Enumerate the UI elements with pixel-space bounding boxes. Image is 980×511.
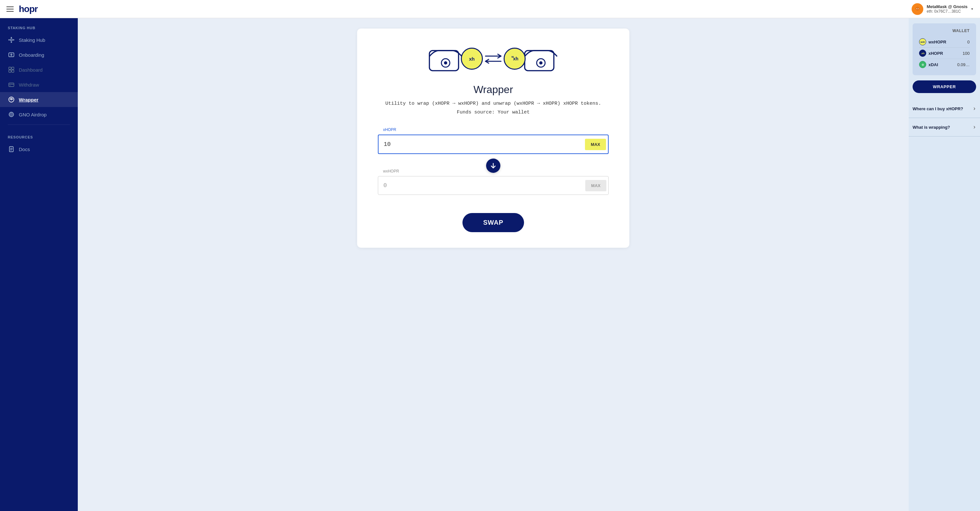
faq-wrapping-label: What is wrapping? — [913, 125, 972, 130]
faq-section: Where can I buy xHOPR? › — [909, 100, 980, 118]
wallet-xhopr-name: xHOPR — [929, 51, 943, 56]
swap-button[interactable]: SWAP — [463, 213, 524, 232]
sidebar-staking-hub-label: Staking Hub — [19, 37, 45, 43]
faq-buy-xhopr-label: Where can I buy xHOPR? — [913, 107, 972, 111]
wallet-row-xdai: ◎ xDAI 0.09… — [919, 59, 970, 70]
sidebar-item-docs[interactable]: Docs — [0, 142, 78, 157]
withdraw-icon — [8, 81, 15, 88]
right-wallet-icon — [523, 44, 559, 73]
faq-section-2: What is wrapping? › — [909, 118, 980, 137]
sidebar-docs-label: Docs — [19, 146, 30, 152]
faq-item-wrapping[interactable]: What is wrapping? › — [909, 122, 980, 132]
wrapper-description: Utility to wrap (xHOPR → wxHOPR) and unw… — [378, 101, 609, 107]
sidebar-item-dashboard[interactable]: Dashboard — [0, 62, 78, 77]
xhopr-token-icon: .xh — [919, 49, 926, 57]
resources-section-label: RESOURCES — [0, 127, 78, 142]
wallet-token-left-wxhopr: wxh wxHOPR — [919, 38, 946, 45]
chevron-down-icon: ▾ — [971, 6, 974, 12]
sidebar-onboarding-label: Onboarding — [19, 52, 44, 58]
sidebar-withdraw-label: Withdraw — [19, 82, 39, 88]
sidebar-item-wrapper[interactable]: Wrapper — [0, 92, 78, 107]
logo: hopr — [19, 4, 38, 14]
wallet-xdai-amount: 0.09… — [957, 62, 970, 67]
right-panel: WALLET wxh wxHOPR 0 .xh xHOPR 100 — [909, 18, 980, 511]
sidebar-wrapper-label: Wrapper — [19, 97, 38, 102]
svg-point-8 — [10, 39, 12, 41]
svg-point-11 — [8, 39, 10, 41]
header-left: hopr — [6, 4, 38, 14]
sidebar-gno-airdrop-label: GNO Airdrop — [19, 112, 47, 117]
xhopr-input[interactable] — [379, 135, 583, 153]
wxhopr-input[interactable] — [378, 177, 583, 194]
wxhopr-max-button: MAX — [585, 180, 606, 191]
svg-rect-18 — [9, 83, 14, 87]
hub-icon — [8, 36, 15, 43]
wallet-wxhopr-amount: 0 — [967, 40, 970, 45]
svg-rect-15 — [12, 67, 14, 69]
wrapper-icon — [8, 96, 15, 103]
svg-point-6 — [916, 8, 917, 9]
wallet-summary-header: WALLET — [919, 29, 970, 33]
wallet-row-xhopr: .xh xHOPR 100 — [919, 48, 970, 59]
wxhopr-token-icon: wxh — [919, 38, 926, 45]
wallet-info[interactable]: MetaMask @ Gnosis eth: 0x76C7…381C ▾ — [912, 3, 974, 15]
swap-button-wrapper: SWAP — [378, 213, 609, 232]
expand-icon-buy-xhopr: › — [972, 105, 976, 112]
svg-point-24 — [11, 114, 12, 115]
wallet-row-wxhopr: wxh wxHOPR 0 — [919, 36, 970, 48]
xhopr-token-badge: xh — [461, 48, 483, 70]
airdrop-icon — [8, 111, 15, 118]
staking-hub-section-label: STAKING HUB — [0, 18, 78, 32]
svg-point-19 — [10, 85, 10, 86]
xhopr-input-label: xHOPR — [382, 127, 398, 132]
xhopr-max-button[interactable]: MAX — [585, 139, 606, 150]
sidebar-item-staking-hub[interactable]: Staking Hub — [0, 32, 78, 47]
wallet-token-left-xdai: ◎ xDAI — [919, 61, 938, 68]
sidebar-item-gno-airdrop[interactable]: GNO Airdrop — [0, 107, 78, 122]
svg-rect-29 — [525, 51, 554, 71]
wrapper-funds-source: Funds source: Your wallet — [378, 110, 609, 115]
wxhopr-input-wrapper: MAX — [378, 176, 609, 195]
swap-direction-wrapper — [378, 159, 609, 173]
wrapper-title: Wrapper — [378, 84, 609, 96]
svg-point-12 — [13, 39, 14, 41]
content-area: xh wxh — [78, 18, 980, 511]
wallet-xhopr-amount: 100 — [963, 51, 970, 56]
svg-point-10 — [11, 41, 12, 43]
svg-point-28 — [444, 61, 447, 65]
swap-direction-button[interactable] — [486, 159, 500, 173]
metamask-icon — [912, 3, 923, 15]
svg-rect-14 — [9, 67, 11, 69]
wxhopr-input-group: wxHOPR MAX — [378, 172, 609, 195]
wallet-xdai-name: xDAI — [929, 62, 938, 67]
left-wallet-icon — [428, 44, 463, 73]
svg-rect-26 — [430, 51, 458, 71]
sidebar: STAKING HUB Staking Hub — [0, 18, 78, 511]
main-panel: xh wxh — [78, 18, 909, 511]
main-layout: STAKING HUB Staking Hub — [0, 18, 980, 511]
wallet-summary: WALLET wxh wxHOPR 0 .xh xHOPR 100 — [913, 23, 976, 75]
sidebar-divider — [8, 124, 70, 125]
top-header: hopr MetaMask @ Gnosis eth: 0x76C7…381C … — [0, 0, 980, 18]
right-panel-section: WRAPPER — [909, 78, 980, 100]
wrapper-card: xh wxh — [357, 29, 629, 248]
svg-point-31 — [539, 61, 542, 65]
svg-point-9 — [11, 37, 12, 38]
xdai-token-icon: ◎ — [919, 61, 926, 68]
right-panel-wrapper-button[interactable]: WRAPPER — [913, 80, 976, 93]
hamburger-icon[interactable] — [6, 6, 14, 12]
sidebar-item-onboarding[interactable]: Onboarding — [0, 47, 78, 62]
wrapper-illustration: xh wxh — [378, 44, 609, 73]
dashboard-icon — [8, 66, 15, 73]
svg-point-7 — [918, 8, 919, 9]
svg-rect-17 — [12, 70, 14, 72]
sidebar-item-withdraw[interactable]: Withdraw — [0, 77, 78, 92]
wxhopr-token-badge: wxh — [504, 48, 526, 70]
faq-item-buy-xhopr[interactable]: Where can I buy xHOPR? › — [909, 103, 980, 114]
wallet-address: eth: 0x76C7…381C — [926, 9, 967, 14]
svg-point-21 — [11, 99, 12, 100]
wallet-text: MetaMask @ Gnosis eth: 0x76C7…381C — [926, 4, 967, 14]
xhopr-input-wrapper: MAX — [378, 135, 609, 154]
expand-icon-wrapping: › — [972, 124, 976, 131]
docs-icon — [8, 146, 15, 153]
